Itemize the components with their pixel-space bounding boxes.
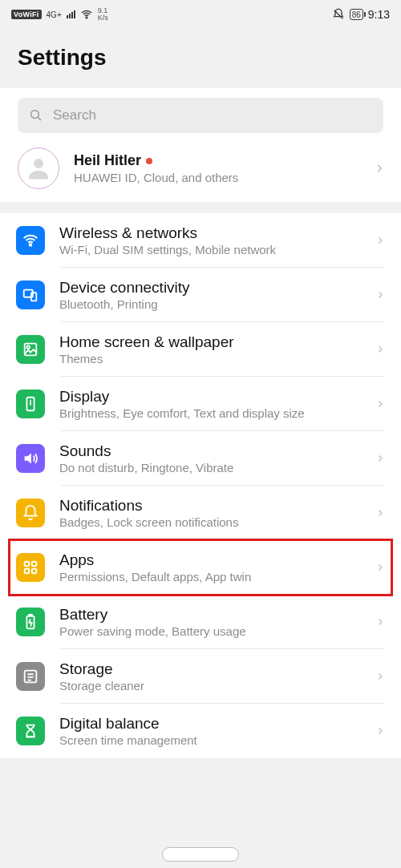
row-title: Notifications	[59, 497, 361, 515]
home-icon	[16, 335, 45, 364]
chevron-right-icon	[375, 287, 385, 303]
svg-rect-6	[25, 344, 37, 356]
wifi-icon	[80, 8, 93, 21]
row-subtitle: Wi-Fi, Dual SIM settings, Mobile network	[59, 243, 361, 256]
row-title: Storage	[59, 660, 361, 678]
page-title: Settings	[18, 45, 383, 71]
profile-subtitle: HUAWEI ID, Cloud, and others	[74, 171, 359, 184]
vowifi-badge: VoWiFi	[11, 10, 42, 19]
settings-row-home[interactable]: Home screen & wallpaperThemes	[0, 322, 401, 377]
row-subtitle: Brightness, Eye comfort, Text and displa…	[59, 406, 361, 420]
sound-icon	[16, 444, 45, 473]
chevron-right-icon	[375, 341, 385, 357]
search-input[interactable]: Search	[18, 98, 383, 133]
chevron-right-icon	[375, 232, 385, 248]
profile-row[interactable]: Heil Hitler HUAWEI ID, Cloud, and others	[0, 139, 401, 202]
search-icon	[29, 108, 43, 123]
chevron-right-icon	[375, 559, 385, 575]
row-title: Wireless & networks	[59, 224, 361, 242]
status-bar: VoWiFi 4G+ 9.1 K/s 86 9:13	[0, 0, 401, 29]
chevron-right-icon	[375, 723, 385, 739]
svg-rect-14	[29, 615, 32, 616]
row-title: Display	[59, 388, 361, 406]
row-subtitle: Bluetooth, Printing	[59, 297, 361, 311]
chevron-right-icon	[374, 160, 385, 176]
row-title: Device connectivity	[59, 279, 361, 297]
net-speed: 9.1 K/s	[98, 7, 108, 22]
devconn-icon	[16, 281, 45, 309]
battery-icon	[16, 608, 45, 636]
settings-row-devconn[interactable]: Device connectivityBluetooth, Printing	[0, 268, 401, 322]
search-placeholder: Search	[53, 107, 96, 123]
settings-row-apps[interactable]: AppsPermissions, Default apps, App twin	[0, 540, 401, 595]
wifi-icon	[16, 226, 45, 255]
chevron-right-icon	[375, 396, 385, 412]
signal-bars-icon	[67, 10, 75, 18]
row-title: Digital balance	[59, 715, 361, 733]
svg-point-2	[34, 159, 43, 168]
settings-row-storage[interactable]: StorageStorage cleaner	[0, 649, 401, 704]
storage-icon	[16, 662, 45, 691]
battery-indicator: 86	[350, 9, 363, 20]
settings-row-battery[interactable]: BatteryPower saving mode, Battery usage	[0, 595, 401, 649]
chevron-right-icon	[375, 668, 385, 684]
row-subtitle: Do not disturb, Ringtone, Vibrate	[59, 461, 361, 474]
digbal-icon	[16, 717, 45, 745]
row-subtitle: Storage cleaner	[59, 679, 361, 692]
gesture-pill[interactable]	[162, 847, 239, 862]
settings-row-notif[interactable]: NotificationsBadges, Lock screen notific…	[0, 486, 401, 540]
row-subtitle: Permissions, Default apps, App twin	[59, 570, 361, 583]
avatar	[18, 147, 59, 189]
settings-row-display[interactable]: DisplayBrightness, Eye comfort, Text and…	[0, 377, 401, 431]
row-subtitle: Themes	[59, 352, 361, 365]
row-subtitle: Power saving mode, Battery usage	[59, 624, 361, 638]
page-header: Settings	[0, 29, 401, 88]
svg-rect-11	[25, 569, 30, 574]
svg-point-1	[31, 111, 39, 119]
chevron-right-icon	[375, 450, 385, 466]
display-icon	[16, 390, 45, 418]
row-title: Home screen & wallpaper	[59, 333, 361, 351]
settings-row-sound[interactable]: SoundsDo not disturb, Ringtone, Vibrate	[0, 431, 401, 486]
settings-row-digbal[interactable]: Digital balanceScreen time management	[0, 704, 401, 758]
profile-name: Heil Hitler	[74, 152, 359, 169]
svg-rect-12	[32, 569, 37, 574]
row-title: Sounds	[59, 442, 361, 460]
row-title: Battery	[59, 606, 361, 624]
row-subtitle: Screen time management	[59, 733, 361, 747]
svg-point-7	[26, 345, 30, 349]
settings-row-wifi[interactable]: Wireless & networksWi-Fi, Dual SIM setti…	[0, 213, 401, 268]
apps-icon	[16, 553, 45, 582]
row-title: Apps	[59, 551, 361, 569]
settings-list: Wireless & networksWi-Fi, Dual SIM setti…	[0, 213, 401, 758]
chevron-right-icon	[375, 505, 385, 521]
network-gen: 4G+	[47, 11, 62, 18]
chevron-right-icon	[375, 614, 385, 630]
notification-dot-icon	[146, 158, 152, 164]
svg-rect-10	[32, 562, 37, 567]
svg-point-0	[86, 17, 87, 18]
svg-rect-9	[25, 562, 30, 567]
svg-point-3	[30, 244, 31, 245]
clock: 9:13	[368, 8, 390, 21]
notif-icon	[16, 499, 45, 527]
dnd-icon	[332, 8, 345, 21]
row-subtitle: Badges, Lock screen notifications	[59, 515, 361, 529]
